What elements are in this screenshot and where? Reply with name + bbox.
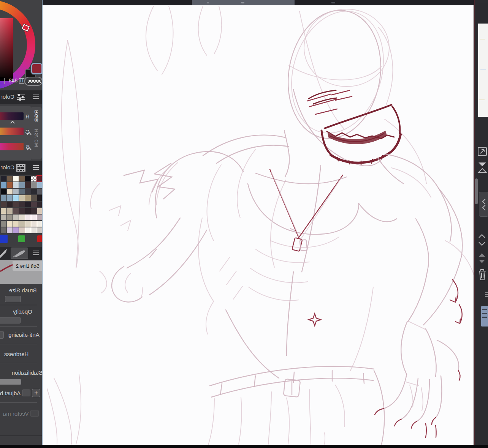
plus-icon: +: [34, 389, 38, 396]
quick-color-chip[interactable]: [37, 235, 42, 242]
brush-size-value-box[interactable]: [5, 296, 21, 302]
panel-scrollbar[interactable]: [475, 178, 478, 204]
setting-hardness-label: Hardness: [4, 351, 29, 357]
brush-tool-button[interactable]: [11, 248, 28, 259]
expand-all-icon[interactable]: [477, 232, 487, 248]
trash-icon[interactable]: [477, 268, 487, 281]
selected-layer-row[interactable]: [481, 306, 488, 327]
opacity-value-box[interactable]: [0, 317, 21, 323]
app-window: H 348 Color slider RGB HS/ CM: [0, 0, 488, 448]
collapse-button[interactable]: [479, 192, 488, 217]
setting-opacity-label: Opacity: [13, 308, 32, 315]
navigator-top-box: [476, 3, 488, 24]
tab-glyph-2: [207, 2, 209, 3]
quick-color-chip[interactable]: [0, 235, 8, 243]
left-palette-sidebar: H 348 Color slider RGB HS/ CM: [0, 0, 42, 445]
sidebar-bottom-divider: [0, 435, 42, 436]
pen-tool-icon[interactable]: [0, 248, 8, 259]
canvas-active-tab[interactable]: [192, 0, 295, 5]
sketch-artwork: [43, 5, 474, 445]
layer-menu-lines[interactable]: [485, 292, 488, 298]
brush-name-box[interactable]: Soft Line 2: [13, 261, 42, 271]
canvas-tab-bar: [43, 0, 474, 5]
brush-preview-area: Soft Line 2: [0, 260, 42, 284]
adjust-plus-button[interactable]: +: [32, 389, 40, 397]
quick-color-chip[interactable]: [18, 235, 25, 242]
anti-aliasing-button[interactable]: [0, 331, 4, 339]
vector-label: Vector ma: [3, 410, 29, 417]
drawing-canvas[interactable]: [43, 5, 474, 445]
tab-glyph: [241, 2, 244, 3]
tool-property-menu-icon[interactable]: [33, 251, 39, 255]
adjust-checkbox[interactable]: [22, 390, 30, 396]
panel-accent-line: [474, 0, 475, 445]
adjust-label: Adjust b: [0, 390, 21, 396]
sort-order-icon[interactable]: [477, 161, 487, 174]
layers-panel-sliver: [474, 0, 488, 445]
brush-tool-icon: [11, 248, 28, 259]
tool-property-header: [0, 247, 42, 260]
setting-brush-size-label: Brush Size: [9, 287, 37, 293]
collapse-all-icon[interactable]: [477, 251, 487, 266]
tab-bar-mark: [331, 2, 335, 3]
navigator-preview: [478, 24, 488, 117]
vector-checkbox[interactable]: [30, 410, 39, 417]
expand-icon[interactable]: [477, 147, 487, 156]
setting-anti-aliasing-label: Anti-aliasing: [8, 331, 40, 338]
brush-name: Soft Line 2: [16, 263, 40, 269]
quick-colors: [0, 0, 42, 247]
setting-stabilization-label: Stabilization: [12, 369, 42, 376]
window-bottom-edge: [0, 445, 488, 448]
stabilization-slider[interactable]: [0, 379, 21, 385]
